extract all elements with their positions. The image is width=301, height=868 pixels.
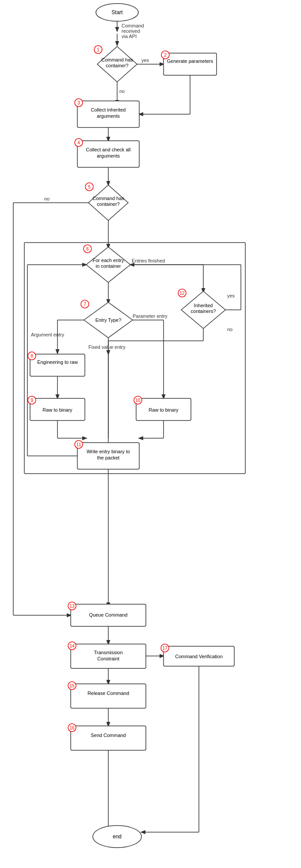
svg-rect-79 bbox=[30, 354, 85, 376]
svg-text:Entries finished: Entries finished bbox=[132, 258, 165, 263]
svg-text:Command Verification: Command Verification bbox=[175, 654, 223, 659]
svg-text:container?: container? bbox=[97, 201, 119, 207]
svg-text:Command has: Command has bbox=[101, 57, 133, 62]
svg-text:16: 16 bbox=[69, 725, 75, 730]
svg-text:9: 9 bbox=[30, 398, 33, 403]
svg-text:17: 17 bbox=[162, 646, 168, 651]
svg-text:5: 5 bbox=[88, 185, 91, 189]
svg-text:2: 2 bbox=[164, 53, 167, 58]
svg-text:no: no bbox=[227, 327, 232, 332]
svg-text:Write entry binary to: Write entry binary to bbox=[87, 449, 130, 454]
svg-text:7: 7 bbox=[84, 302, 86, 307]
svg-text:Queue Command: Queue Command bbox=[89, 612, 128, 617]
svg-text:12: 12 bbox=[179, 291, 185, 296]
svg-text:Command has: Command has bbox=[92, 196, 124, 201]
svg-text:Fixed value entry: Fixed value entry bbox=[88, 344, 126, 350]
svg-text:Collect inherited: Collect inherited bbox=[91, 107, 126, 112]
svg-text:13: 13 bbox=[69, 604, 75, 609]
svg-text:Send Command: Send Command bbox=[91, 733, 126, 738]
svg-text:Constraint: Constraint bbox=[97, 656, 119, 661]
svg-text:Parameter entry: Parameter entry bbox=[133, 313, 168, 319]
svg-text:end: end bbox=[113, 833, 122, 840]
svg-text:4: 4 bbox=[77, 140, 80, 145]
svg-text:via API: via API bbox=[122, 34, 137, 39]
svg-text:no: no bbox=[119, 89, 125, 94]
svg-text:Transmission: Transmission bbox=[94, 650, 123, 655]
svg-text:arguments: arguments bbox=[97, 153, 120, 158]
svg-text:the packet: the packet bbox=[97, 455, 120, 460]
svg-text:Raw to binary: Raw to binary bbox=[149, 407, 179, 413]
svg-rect-127 bbox=[71, 726, 146, 750]
svg-text:1: 1 bbox=[97, 47, 99, 52]
svg-text:14: 14 bbox=[69, 644, 75, 648]
svg-text:For each entry: For each entry bbox=[93, 258, 124, 263]
svg-text:yes: yes bbox=[227, 293, 235, 298]
svg-text:arguments: arguments bbox=[97, 113, 120, 119]
svg-text:6: 6 bbox=[86, 247, 89, 251]
svg-text:15: 15 bbox=[69, 683, 75, 688]
svg-text:container?: container? bbox=[106, 63, 128, 68]
svg-text:Inherited: Inherited bbox=[194, 303, 213, 308]
svg-text:11: 11 bbox=[76, 442, 81, 447]
svg-text:8: 8 bbox=[30, 354, 33, 359]
svg-text:Engineering to raw: Engineering to raw bbox=[37, 359, 78, 365]
svg-text:containers?: containers? bbox=[191, 309, 216, 314]
svg-text:received: received bbox=[122, 28, 140, 34]
svg-rect-15 bbox=[164, 53, 217, 75]
svg-text:in container: in container bbox=[96, 263, 121, 269]
svg-text:Generate parameters: Generate parameters bbox=[167, 58, 213, 64]
svg-text:Collect and check all: Collect and check all bbox=[86, 147, 131, 152]
svg-text:10: 10 bbox=[135, 398, 141, 403]
svg-text:yes: yes bbox=[141, 58, 149, 63]
svg-text:Start: Start bbox=[111, 9, 123, 15]
svg-text:no: no bbox=[44, 196, 50, 201]
svg-text:Command: Command bbox=[122, 23, 144, 28]
svg-rect-122 bbox=[71, 684, 146, 708]
svg-text:Argument entry: Argument entry bbox=[31, 332, 65, 337]
svg-text:Raw to binary: Raw to binary bbox=[42, 407, 72, 413]
svg-text:Release Command: Release Command bbox=[88, 691, 129, 696]
flowchart-diagram: Start Command received via API 1 Command… bbox=[0, 0, 301, 868]
svg-text:Entry Type?: Entry Type? bbox=[95, 317, 122, 323]
svg-text:3: 3 bbox=[77, 100, 80, 105]
